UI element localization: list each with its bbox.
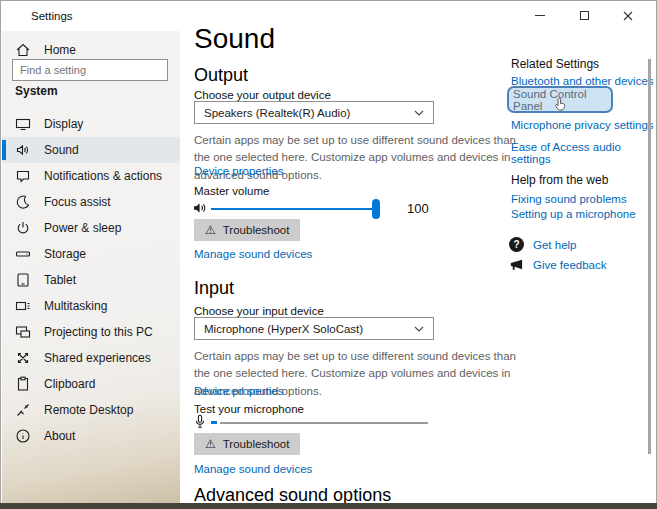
get-help-link[interactable]: ? Get help <box>509 237 576 252</box>
sidebar-item-tablet[interactable]: Tablet <box>2 267 180 293</box>
vertical-scrollbar[interactable] <box>648 59 651 454</box>
sidebar-item-multitasking[interactable]: Multitasking <box>2 293 180 319</box>
search-box <box>12 59 168 81</box>
help-link-setup-microphone[interactable]: Setting up a microphone <box>511 208 636 220</box>
sidebar: Home System Display Sound Notifications … <box>2 31 180 504</box>
sidebar-item-clipboard[interactable]: Clipboard <box>2 371 180 397</box>
maximize-button[interactable] <box>562 1 606 30</box>
sidebar-item-notifications[interactable]: Notifications & actions <box>2 163 180 189</box>
power-icon <box>15 220 31 236</box>
output-device-properties-link[interactable]: Device properties <box>194 165 283 177</box>
projecting-icon <box>15 324 31 340</box>
get-help-icon: ? <box>509 237 524 252</box>
sidebar-item-storage[interactable]: Storage <box>2 241 180 267</box>
sidebar-item-sound[interactable]: Sound <box>2 137 180 163</box>
clipboard-icon <box>15 376 31 392</box>
help-link-fixing-sound[interactable]: Fixing sound problems <box>511 193 627 205</box>
home-label: Home <box>44 43 76 57</box>
feedback-icon <box>509 257 524 272</box>
shared-experiences-icon <box>15 350 31 366</box>
multitasking-icon <box>15 298 31 314</box>
output-manage-devices-link[interactable]: Manage sound devices <box>194 248 312 260</box>
related-link-ease-of-access[interactable]: Ease of Access audio settings <box>511 141 656 165</box>
master-volume-label: Master volume <box>194 185 269 197</box>
hand-cursor-icon <box>553 96 569 114</box>
output-troubleshoot-button[interactable]: ⚠ Troubleshoot <box>194 219 300 241</box>
input-troubleshoot-button[interactable]: ⚠Troubleshoot <box>194 433 300 455</box>
volume-slider-track[interactable] <box>211 208 379 210</box>
output-device-select[interactable]: Speakers (Realtek(R) Audio) <box>194 101 434 124</box>
related-settings-heading: Related Settings <box>511 57 599 71</box>
display-icon <box>15 116 31 132</box>
input-heading: Input <box>194 278 234 299</box>
microphone-level-track <box>220 422 428 424</box>
page-title: Sound <box>194 23 275 55</box>
volume-slider-thumb[interactable] <box>372 199 380 219</box>
master-volume-slider-row: 100 <box>1 198 441 220</box>
input-manage-devices-link[interactable]: Manage sound devices <box>194 463 312 475</box>
home-icon <box>15 42 31 58</box>
sidebar-item-shared-experiences[interactable]: Shared experiences <box>2 345 180 371</box>
notifications-icon <box>15 168 31 184</box>
input-device-label: Choose your input device <box>194 305 324 317</box>
minimize-button[interactable] <box>518 1 562 30</box>
microphone-icon <box>192 414 208 430</box>
window-controls <box>518 1 650 30</box>
maximize-icon <box>580 11 589 20</box>
input-device-properties-link[interactable]: Device properties <box>194 385 283 397</box>
sidebar-item-projecting[interactable]: Projecting to this PC <box>2 319 180 345</box>
microphone-test-row <box>1 413 441 433</box>
help-from-web-heading: Help from the web <box>511 173 608 187</box>
output-device-label: Choose your output device <box>194 89 331 101</box>
window-title: Settings <box>31 10 73 22</box>
taskbar-edge <box>0 503 657 509</box>
chevron-down-icon <box>414 110 424 116</box>
sidebar-nav: Display Sound Notifications & actions Fo… <box>2 111 180 449</box>
search-input[interactable] <box>13 64 162 76</box>
volume-value: 100 <box>407 201 429 216</box>
related-link-microphone-privacy[interactable]: Microphone privacy settings <box>511 119 654 131</box>
sidebar-section-system: System <box>15 84 58 98</box>
settings-window: Settings Home System Display Sou <box>0 0 657 504</box>
sound-icon <box>15 142 31 158</box>
input-device-select[interactable]: Microphone (HyperX SoloCast) <box>194 317 434 340</box>
close-button[interactable] <box>606 1 650 30</box>
tablet-icon <box>15 272 31 288</box>
minimize-icon <box>535 15 545 16</box>
sidebar-item-display[interactable]: Display <box>2 111 180 137</box>
speaker-icon <box>192 200 208 216</box>
give-feedback-link[interactable]: Give feedback <box>509 257 607 272</box>
chevron-down-icon <box>414 326 424 332</box>
microphone-level-indicator <box>211 421 217 424</box>
output-heading: Output <box>194 65 248 86</box>
warning-icon: ⚠ <box>205 223 216 237</box>
storage-icon <box>15 246 31 262</box>
close-icon <box>623 11 633 21</box>
